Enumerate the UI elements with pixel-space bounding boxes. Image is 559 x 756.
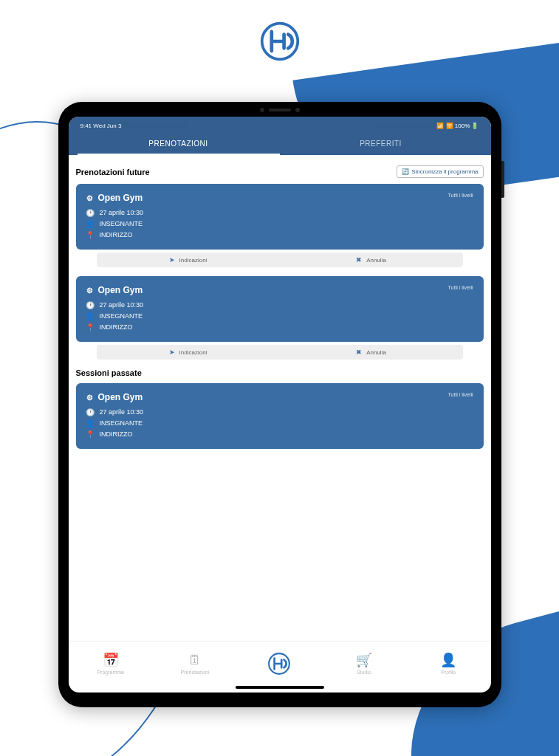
tablet-side-button <box>501 161 504 198</box>
tablet-frame: 9:41 Wed Jun 3 📶 🛜 100% 🔋 PRENOTAZIONI P… <box>58 102 501 707</box>
status-time: 9:41 Wed Jun 3 <box>80 123 122 129</box>
calendar-icon: 🗓 <box>188 653 202 668</box>
card-address: INDIRIZZO <box>100 323 133 331</box>
activity-icon: ⚙ <box>86 194 94 202</box>
card-address: INDIRIZZO <box>100 231 133 238</box>
card-teacher: INSEGNANTE <box>100 312 143 320</box>
pin-icon: 📍 <box>86 430 94 438</box>
nav-programma-label: Programma <box>97 670 124 675</box>
card-teacher: INSEGNANTE <box>100 419 143 427</box>
directions-label: Indicazioni <box>179 257 208 264</box>
brand-logo-icon <box>259 21 301 62</box>
content-area: Prenotazioni future 🔄 Sincronizza il pro… <box>69 155 491 641</box>
nav-prenotazioni-label: Prenotazioni <box>181 670 210 675</box>
nav-home[interactable] <box>253 652 305 676</box>
cancel-icon: ✖ <box>356 256 362 264</box>
level-badge: Tutti i livelli <box>448 285 473 290</box>
tablet-notch <box>260 108 300 112</box>
card-actions: ➤ Indicazioni ✖ Annulla <box>97 345 463 360</box>
card-teacher: INSEGNANTE <box>100 220 143 227</box>
pin-icon: 📍 <box>86 231 94 238</box>
card-title: Open Gym <box>98 285 143 295</box>
pin-icon: 📍 <box>86 323 94 331</box>
activity-icon: ⚙ <box>86 286 94 294</box>
cart-icon: 🛒 <box>356 652 372 668</box>
cancel-label: Annulla <box>366 257 386 264</box>
brand-logo-wrap <box>0 0 559 65</box>
person-icon: 👤 <box>86 220 94 227</box>
bottom-nav: 📅 Programma 🗓 Prenotazioni 🛒 Studio 👤 <box>69 641 491 693</box>
app-header: 9:41 Wed Jun 3 📶 🛜 100% 🔋 PRENOTAZIONI P… <box>69 117 491 155</box>
person-icon: 👤 <box>86 419 94 427</box>
nav-prenotazioni[interactable]: 🗓 Prenotazioni <box>169 653 221 675</box>
sync-button[interactable]: 🔄 Sincronizza il programma <box>397 165 483 178</box>
person-icon: 👤 <box>86 312 94 320</box>
nav-studio[interactable]: 🛒 Studio <box>338 652 390 675</box>
directions-button[interactable]: ➤ Indicazioni <box>97 345 280 360</box>
future-section-title: Prenotazioni future <box>76 168 150 176</box>
directions-button[interactable]: ➤ Indicazioni <box>97 252 280 267</box>
past-section-title: Sessioni passate <box>76 368 142 377</box>
nav-studio-label: Studio <box>357 670 371 675</box>
cancel-button[interactable]: ✖ Annulla <box>280 252 463 267</box>
brand-logo-icon <box>267 652 291 676</box>
calendar-plus-icon: 📅 <box>103 652 119 668</box>
card-date: 27 aprile 10:30 <box>100 209 144 216</box>
booking-card[interactable]: ⚙ Open Gym Tutti i livelli 🕐27 aprile 10… <box>76 184 484 250</box>
clock-icon: 🕐 <box>86 209 94 216</box>
nav-profilo[interactable]: 👤 Profilo <box>422 652 474 675</box>
clock-icon: 🕐 <box>86 301 94 309</box>
home-indicator <box>236 686 324 689</box>
sync-button-label: Sincronizza il programma <box>411 168 478 175</box>
card-date: 27 aprile 10:30 <box>100 301 144 309</box>
card-title: Open Gym <box>98 193 143 203</box>
status-bar: 9:41 Wed Jun 3 📶 🛜 100% 🔋 <box>78 121 482 134</box>
header-tabs: PRENOTAZIONI PREFERITI <box>78 134 482 155</box>
booking-card[interactable]: ⚙ Open Gym Tutti i livelli 🕐27 aprile 10… <box>76 383 484 449</box>
directions-label: Indicazioni <box>179 349 208 356</box>
card-title: Open Gym <box>98 392 143 402</box>
status-indicators: 📶 🛜 100% 🔋 <box>436 123 479 129</box>
level-badge: Tutti i livelli <box>448 193 473 198</box>
app-screen: 9:41 Wed Jun 3 📶 🛜 100% 🔋 PRENOTAZIONI P… <box>69 117 491 693</box>
clock-icon: 🕐 <box>86 408 94 416</box>
tab-prenotazioni[interactable]: PRENOTAZIONI <box>78 134 280 155</box>
card-address: INDIRIZZO <box>100 430 133 438</box>
cancel-button[interactable]: ✖ Annulla <box>280 345 463 360</box>
user-icon: 👤 <box>440 652 456 668</box>
directions-icon: ➤ <box>169 348 175 356</box>
past-section-header: Sessioni passate <box>76 368 484 377</box>
activity-icon: ⚙ <box>86 394 94 401</box>
card-actions: ➤ Indicazioni ✖ Annulla <box>97 252 463 267</box>
cancel-label: Annulla <box>366 349 386 356</box>
future-section-header: Prenotazioni future 🔄 Sincronizza il pro… <box>76 165 484 178</box>
card-date: 27 aprile 10:30 <box>100 408 144 416</box>
booking-card[interactable]: ⚙ Open Gym Tutti i livelli 🕐27 aprile 10… <box>76 276 484 342</box>
nav-profilo-label: Profilo <box>441 670 456 675</box>
tab-preferiti[interactable]: PREFERITI <box>280 134 482 155</box>
directions-icon: ➤ <box>169 256 175 264</box>
cancel-icon: ✖ <box>356 348 362 356</box>
level-badge: Tutti i livelli <box>448 392 473 397</box>
nav-programma[interactable]: 📅 Programma <box>85 652 137 675</box>
sync-icon: 🔄 <box>402 168 409 175</box>
